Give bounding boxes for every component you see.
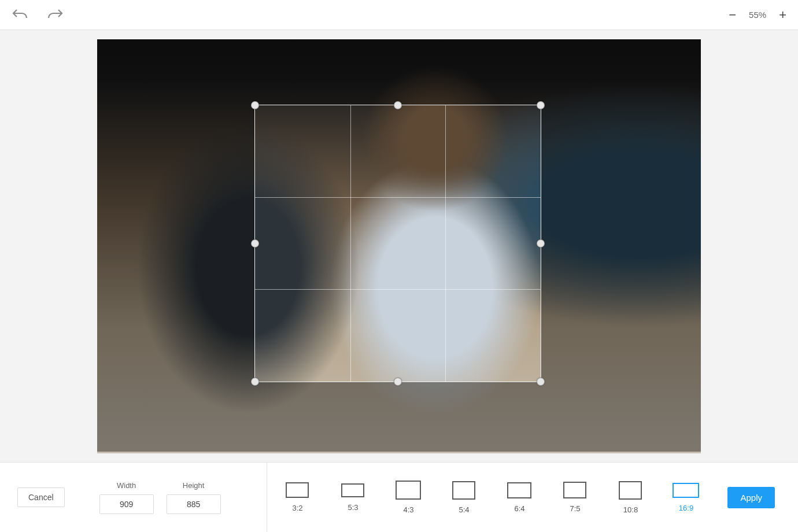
top-toolbar: − 55% + <box>0 0 798 30</box>
height-field: Height <box>167 481 221 514</box>
aspect-ratio-label: 16:9 <box>679 504 693 512</box>
width-input[interactable] <box>99 494 154 514</box>
crop-handle-bottom-right[interactable] <box>537 378 545 386</box>
aspect-ratio-option[interactable]: 3:2 <box>279 482 316 512</box>
crop-handle-top-left[interactable] <box>251 101 259 109</box>
crop-mask-bottom <box>97 382 701 452</box>
aspect-ratio-box-icon <box>507 482 531 498</box>
cancel-button[interactable]: Cancel <box>17 487 65 507</box>
crop-handle-middle-left[interactable] <box>251 239 259 247</box>
crop-handle-middle-right[interactable] <box>537 239 545 247</box>
aspect-ratio-option[interactable]: 10:8 <box>612 481 649 514</box>
aspect-ratio-list: 3:25:34:35:46:47:510:816:9 <box>267 463 716 532</box>
width-label: Width <box>117 481 136 490</box>
apply-button[interactable]: Apply <box>727 487 775 508</box>
crop-grid-line <box>350 105 351 382</box>
zoom-in-icon[interactable]: + <box>779 9 786 21</box>
aspect-ratio-label: 10:8 <box>623 505 638 514</box>
zoom-level: 55% <box>749 10 766 20</box>
aspect-ratio-label: 6:4 <box>514 504 524 513</box>
height-label: Height <box>183 481 205 490</box>
crop-frame[interactable] <box>254 105 541 382</box>
aspect-ratio-box-icon <box>396 481 421 500</box>
apply-wrap: Apply <box>716 463 798 532</box>
history-controls <box>12 8 64 23</box>
aspect-ratio-option[interactable]: 7:5 <box>556 482 593 513</box>
aspect-ratio-box-icon <box>341 483 364 497</box>
aspect-ratio-option[interactable]: 5:4 <box>445 481 482 514</box>
aspect-ratio-option[interactable]: 5:3 <box>334 483 371 512</box>
aspect-ratio-label: 5:3 <box>348 503 358 512</box>
dimension-inputs: Width Height <box>99 481 221 514</box>
aspect-ratio-box-icon <box>452 481 475 500</box>
aspect-ratio-label: 4:3 <box>403 505 413 514</box>
undo-icon[interactable] <box>12 8 29 23</box>
crop-mask-right <box>541 105 701 382</box>
aspect-ratio-label: 5:4 <box>459 505 469 514</box>
bottom-panel: Cancel Width Height 3:25:34:35:46:47:510… <box>0 463 798 532</box>
crop-handle-bottom-left[interactable] <box>251 378 259 386</box>
zoom-out-icon[interactable]: − <box>729 9 736 21</box>
aspect-ratio-label: 7:5 <box>570 504 580 513</box>
width-field: Width <box>99 481 154 514</box>
crop-handle-top-right[interactable] <box>537 101 545 109</box>
zoom-controls: − 55% + <box>729 9 786 21</box>
aspect-ratio-box-icon <box>563 482 586 498</box>
aspect-ratio-option[interactable]: 6:4 <box>501 482 538 513</box>
crop-handle-top-middle[interactable] <box>394 101 402 109</box>
size-controls: Cancel Width Height <box>0 463 267 532</box>
aspect-ratio-option[interactable]: 4:3 <box>390 481 427 514</box>
crop-mask-left <box>97 105 254 382</box>
redo-icon[interactable] <box>46 8 64 23</box>
crop-mask-top <box>97 39 701 105</box>
photo-canvas[interactable] <box>97 39 701 453</box>
crop-grid-line <box>445 105 446 382</box>
crop-grid-line <box>255 197 541 198</box>
aspect-ratio-box-icon <box>619 481 642 500</box>
canvas-area <box>0 30 798 463</box>
aspect-ratio-box-icon <box>673 483 699 498</box>
aspect-ratio-label: 3:2 <box>292 504 302 512</box>
aspect-ratio-option[interactable]: 16:9 <box>667 483 704 512</box>
aspect-ratio-box-icon <box>286 482 309 498</box>
crop-grid-line <box>255 289 541 290</box>
crop-handle-bottom-middle[interactable] <box>394 378 402 386</box>
height-input[interactable] <box>167 494 221 514</box>
